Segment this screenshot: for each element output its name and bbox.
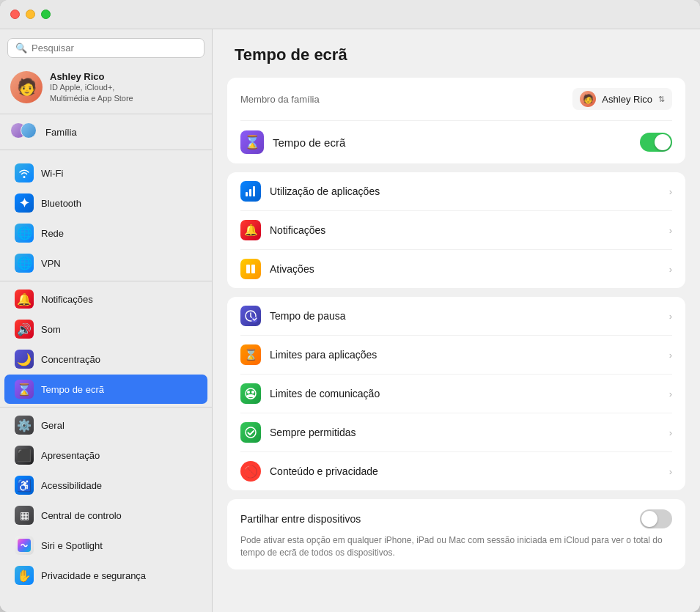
sidebar-item-acessibilidade[interactable]: ♿ Acessibilidade [4, 471, 207, 500]
chevron-right-icon-4: › [669, 311, 672, 322]
sidebar-item-notificacoes[interactable]: 🔔 Notificações [4, 284, 207, 314]
sidebar-item-central[interactable]: ▦ Central de controlo [4, 501, 207, 530]
sidebar-item-apresentacao[interactable]: ⬛ Apresentação [4, 440, 207, 470]
sidebar: 🔍 🧑 Ashley Rico ID Apple, iCloud+,Multim… [0, 29, 213, 612]
member-selector[interactable]: 🧑 Ashley Rico ⇅ [572, 88, 672, 110]
sidebar-item-vpn-label: VPN [41, 258, 61, 269]
menu-row-limites-comm[interactable]: Limites de comunicação › [227, 375, 685, 413]
tempo-icon: ⌛ [15, 380, 34, 399]
divider [0, 114, 212, 114]
sidebar-item-vpn[interactable]: 🌐 VPN [4, 248, 207, 278]
main-panel: Tempo de ecrã Membro da família 🧑 Ashley… [213, 29, 700, 612]
member-chevron-icon: ⇅ [658, 95, 665, 104]
screen-time-icon: ⌛ [240, 130, 264, 154]
search-box[interactable]: 🔍 [7, 38, 205, 58]
divider-2 [0, 150, 212, 150]
sidebar-item-wifi-label: Wi-Fi [41, 168, 63, 179]
acessibilidade-icon: ♿ [15, 476, 34, 495]
share-section: Partilhar entre dispositivos Pode ativar… [227, 499, 685, 569]
sidebar-item-privacidade-label: Privacidade e segurança [41, 570, 146, 581]
menu-row-sempre[interactable]: Sempre permitidas › [227, 413, 685, 451]
menu-row-notif[interactable]: 🔔 Notificações › [227, 211, 685, 249]
sidebar-item-som[interactable]: 🔊 Som [4, 314, 207, 344]
share-toggle[interactable] [640, 509, 672, 528]
profile-item[interactable]: 🧑 Ashley Rico ID Apple, iCloud+,Multiméd… [0, 64, 212, 111]
close-button[interactable] [10, 10, 20, 19]
svg-point-10 [251, 391, 254, 394]
svg-rect-1 [246, 192, 248, 196]
sidebar-item-geral[interactable]: ⚙️ Geral [4, 410, 207, 440]
sidebar-item-tempo-label: Tempo de ecrã [41, 384, 104, 395]
sidebar-item-wifi[interactable]: Wi-Fi [4, 158, 207, 188]
rede-icon: 🌐 [15, 224, 34, 243]
screen-time-toggle-row: ⌛ Tempo de ecrã [227, 121, 685, 163]
screen-time-toggle[interactable] [640, 133, 672, 152]
minimize-button[interactable] [26, 10, 35, 19]
menu-row-ativacoes[interactable]: Ativações › [227, 250, 685, 288]
svg-point-9 [247, 391, 250, 394]
menu-row-apps[interactable]: Utilização de aplicações › [227, 172, 685, 210]
member-row: Membro da família 🧑 Ashley Rico ⇅ [227, 78, 685, 120]
sidebar-item-rede[interactable]: 🌐 Rede [4, 218, 207, 248]
profile-subtitle: ID Apple, iCloud+,Multimédia e App Store [50, 82, 133, 103]
siri-icon [15, 536, 34, 555]
svg-rect-5 [251, 265, 255, 273]
maximize-button[interactable] [41, 10, 51, 19]
bluetooth-icon: ✦ [15, 193, 34, 213]
share-description: Pode ativar esta opção em qualquer iPhon… [240, 534, 672, 559]
toggle-knob [655, 134, 671, 150]
family-item[interactable]: Família [0, 117, 212, 147]
divider-3 [0, 281, 212, 281]
ativacoes-icon [240, 259, 261, 279]
menu-group-1: Utilização de aplicações › 🔔 Notificaçõe… [227, 172, 685, 288]
main-window: 🔍 🧑 Ashley Rico ID Apple, iCloud+,Multim… [0, 0, 700, 612]
sidebar-item-apresentacao-label: Apresentação [41, 450, 100, 461]
central-icon: ▦ [15, 506, 34, 525]
menu-row-pausa[interactable]: Tempo de pausa › [227, 297, 685, 335]
chevron-right-icon-2: › [669, 225, 672, 236]
menu-label-limites-apps: Limites para aplicações [270, 349, 660, 361]
search-input[interactable] [32, 43, 196, 54]
svg-point-7 [251, 317, 257, 322]
family-label: Família [45, 127, 77, 138]
sidebar-item-rede-label: Rede [41, 228, 64, 239]
sidebar-item-concentracao[interactable]: 🌙 Concentração [4, 344, 207, 374]
svg-rect-3 [253, 186, 255, 196]
apps-icon [240, 181, 261, 202]
menu-label-limites-comm: Limites de comunicação [270, 388, 660, 399]
sidebar-item-tempo[interactable]: ⌛ Tempo de ecrã [4, 375, 207, 404]
sidebar-item-acessibilidade-label: Acessibilidade [41, 480, 102, 491]
menu-label-conteudo: Conteúdo e privacidade [270, 465, 660, 477]
menu-row-limites-apps[interactable]: ⌛ Limites para aplicações › [227, 336, 685, 374]
chevron-right-icon-8: › [669, 466, 672, 477]
avatar: 🧑 [10, 71, 43, 103]
svg-point-11 [246, 427, 256, 438]
svg-rect-4 [246, 265, 250, 273]
sidebar-item-notificacoes-label: Notificações [41, 294, 93, 305]
sidebar-item-bluetooth-label: Bluetooth [41, 198, 81, 209]
titlebar [0, 0, 700, 29]
geral-icon: ⚙️ [15, 416, 34, 435]
sempre-icon [240, 422, 261, 443]
apresentacao-icon: ⬛ [15, 446, 34, 465]
conteudo-icon: 🚫 [240, 461, 261, 482]
share-title: Partilhar entre dispositivos [240, 513, 361, 525]
pausa-icon [240, 306, 261, 326]
sidebar-item-privacidade[interactable]: ✋ Privacidade e segurança [4, 561, 207, 590]
vpn-icon: 🌐 [15, 254, 34, 273]
chevron-right-icon: › [669, 186, 672, 197]
sidebar-item-siri[interactable]: Siri e Spotlight [4, 531, 207, 560]
menu-row-conteudo[interactable]: 🚫 Conteúdo e privacidade › [227, 452, 685, 490]
chevron-right-icon-3: › [669, 264, 672, 275]
member-avatar: 🧑 [580, 91, 596, 107]
family-avatar-2 [21, 122, 37, 139]
sidebar-item-geral-label: Geral [41, 420, 65, 431]
chevron-right-icon-6: › [669, 388, 672, 399]
menu-label-notif: Notificações [270, 224, 660, 236]
page-title: Tempo de ecrã [213, 29, 700, 78]
notif-icon: 🔔 [240, 220, 261, 240]
profile-name: Ashley Rico [50, 71, 133, 82]
sidebar-item-concentracao-label: Concentração [41, 354, 100, 365]
sidebar-item-bluetooth[interactable]: ✦ Bluetooth [4, 188, 207, 218]
limites-comm-icon [240, 383, 261, 404]
